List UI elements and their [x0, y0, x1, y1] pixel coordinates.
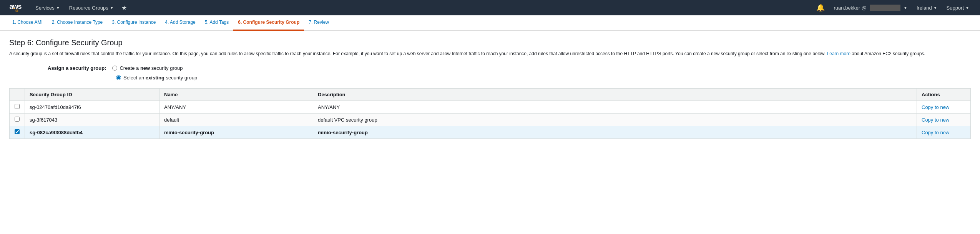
bookmarks-icon[interactable]: ★	[118, 4, 130, 12]
create-new-radio[interactable]	[112, 66, 117, 71]
step-configure-instance[interactable]: 3. Configure Instance	[107, 15, 160, 31]
create-new-label: Create a new security group	[120, 65, 183, 71]
checkbox-cell[interactable]	[10, 126, 25, 139]
services-nav-item[interactable]: Services ▼	[31, 0, 65, 15]
name-cell: ANY/ANY	[159, 101, 313, 114]
region-chevron-icon: ▼	[933, 6, 937, 10]
main-content: Step 6: Configure Security Group A secur…	[0, 31, 980, 147]
sg-id-cell: sg-02470afd10da947f6	[25, 101, 159, 114]
name-cell: minio-security-group	[159, 126, 313, 139]
aws-smile-icon: ⁀⏣	[13, 9, 18, 13]
resource-groups-nav-item[interactable]: Resource Groups ▼	[65, 0, 118, 15]
security-groups-table: Security Group ID Name Description Actio…	[9, 88, 971, 139]
copy-to-new-link[interactable]: Copy to new	[922, 104, 949, 110]
username-label: ruan.bekker @	[834, 5, 867, 11]
description-cell: minio-security-group	[313, 126, 917, 139]
row-checkbox[interactable]	[15, 104, 20, 109]
row-checkbox[interactable]	[15, 117, 20, 122]
table-row: sg-3f617043 default default VPC security…	[10, 114, 971, 126]
services-chevron-icon: ▼	[56, 6, 60, 10]
sg-id-cell: sg-082ca9f3088dc5fb4	[25, 126, 159, 139]
step-configure-security-group[interactable]: 6. Configure Security Group	[233, 15, 304, 31]
col-header-actions: Actions	[917, 89, 971, 101]
page-description: A security group is a set of firewall ru…	[9, 50, 932, 58]
aws-logo[interactable]: aws ⁀⏣	[6, 3, 25, 13]
support-chevron-icon: ▼	[965, 6, 969, 10]
support-nav-item[interactable]: Support ▼	[942, 0, 974, 15]
sg-id-cell: sg-3f617043	[25, 114, 159, 126]
col-header-name: Name	[159, 89, 313, 101]
region-label: Ireland	[917, 5, 932, 11]
learn-more-link[interactable]: Learn more	[827, 51, 850, 56]
bell-icon[interactable]: 🔔	[812, 3, 829, 12]
actions-cell: Copy to new	[917, 114, 971, 126]
resource-groups-chevron-icon: ▼	[110, 6, 114, 10]
top-nav: aws ⁀⏣ Services ▼ Resource Groups ▼ ★ 🔔 …	[0, 0, 980, 15]
services-label: Services	[35, 5, 55, 11]
checkbox-cell[interactable]	[10, 114, 25, 126]
table-row: sg-082ca9f3088dc5fb4 minio-security-grou…	[10, 126, 971, 139]
desc-text-1: A security group is a set of firewall ru…	[9, 51, 826, 56]
support-label: Support	[947, 5, 964, 11]
checkbox-cell[interactable]	[10, 101, 25, 114]
create-new-radio-label[interactable]: Create a new security group	[112, 65, 183, 71]
select-existing-label: Select an existing security group	[123, 75, 197, 81]
page-title: Step 6: Configure Security Group	[9, 38, 971, 47]
col-header-sg-id: Security Group ID	[25, 89, 159, 101]
col-header-checkbox	[10, 89, 25, 101]
region-nav-item[interactable]: Ireland ▼	[912, 0, 942, 15]
username-nav-item[interactable]: ruan.bekker @ ▼	[829, 0, 912, 15]
assign-row-2: Select an existing security group	[48, 75, 971, 81]
table-header-row: Security Group ID Name Description Actio…	[10, 89, 971, 101]
row-checkbox[interactable]	[15, 129, 20, 134]
step-review[interactable]: 7. Review	[304, 15, 334, 31]
desc-text-2: about Amazon EC2 security groups.	[852, 51, 925, 56]
step-add-tags[interactable]: 5. Add Tags	[200, 15, 234, 31]
table-row: sg-02470afd10da947f6 ANY/ANY ANY/ANY Cop…	[10, 101, 971, 114]
description-cell: default VPC security group	[313, 114, 917, 126]
steps-nav: 1. Choose AMI 2. Choose Instance Type 3.…	[0, 15, 980, 31]
step-choose-ami[interactable]: 1. Choose AMI	[8, 15, 47, 31]
actions-cell: Copy to new	[917, 126, 971, 139]
assign-row-1: Assign a security group: Create a new se…	[48, 65, 971, 71]
name-cell: default	[159, 114, 313, 126]
username-chevron-icon: ▼	[904, 6, 907, 10]
select-existing-radio-label[interactable]: Select an existing security group	[116, 75, 197, 81]
assign-label: Assign a security group:	[48, 65, 106, 71]
description-cell: ANY/ANY	[313, 101, 917, 114]
step-choose-instance-type[interactable]: 2. Choose Instance Type	[47, 15, 108, 31]
copy-to-new-link[interactable]: Copy to new	[922, 117, 949, 123]
assign-security-group-section: Assign a security group: Create a new se…	[9, 65, 971, 81]
col-header-description: Description	[313, 89, 917, 101]
step-add-storage[interactable]: 4. Add Storage	[160, 15, 200, 31]
resource-groups-label: Resource Groups	[69, 5, 108, 11]
actions-cell: Copy to new	[917, 101, 971, 114]
select-existing-radio[interactable]	[116, 75, 121, 80]
nav-right: 🔔 ruan.bekker @ ▼ Ireland ▼ Support ▼	[812, 0, 974, 15]
copy-to-new-link[interactable]: Copy to new	[922, 130, 949, 135]
